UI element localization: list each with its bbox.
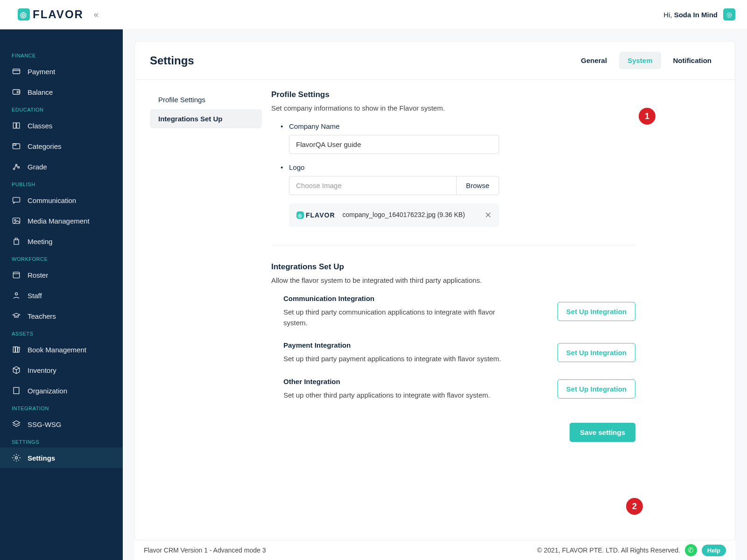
- save-settings-button[interactable]: Save settings: [570, 423, 635, 442]
- sidebar-item-categories[interactable]: Categories: [0, 136, 123, 156]
- sidebar-item-classes[interactable]: Classes: [0, 115, 123, 136]
- svg-point-8: [18, 167, 19, 168]
- nav-label: Inventory: [28, 366, 56, 374]
- integration-desc: Set up other third party applications to…: [283, 390, 490, 401]
- graph-icon: [12, 162, 21, 171]
- integration-title: Communication Integration: [283, 294, 503, 302]
- nav-section-title: FINANCE: [0, 48, 123, 61]
- settings-card: Settings GeneralSystemNotification Profi…: [134, 41, 735, 540]
- user-avatar[interactable]: ◎: [723, 8, 735, 21]
- nav-label: Communication: [28, 196, 76, 204]
- brand-logo[interactable]: ◎ FLAVOR: [18, 8, 84, 21]
- footer-version: Flavor CRM Version 1 - Advanced mode 3: [144, 546, 266, 554]
- folder-icon: [12, 141, 21, 151]
- wallet-icon: [12, 87, 21, 97]
- greeting: Hi, Soda In Mind: [663, 11, 718, 19]
- sidebar-item-teachers[interactable]: Teachers: [0, 306, 123, 326]
- svg-rect-10: [13, 218, 20, 224]
- collapse-sidebar-icon[interactable]: «: [94, 10, 99, 20]
- svg-rect-18: [14, 387, 19, 393]
- preview-logo-icon: ◎: [296, 211, 304, 219]
- footer: Flavor CRM Version 1 - Advanced mode 3 ©…: [134, 540, 735, 560]
- remove-file-icon[interactable]: ✕: [485, 210, 492, 220]
- logo-file-input[interactable]: Choose Image: [289, 176, 456, 195]
- svg-rect-3: [17, 91, 20, 92]
- card-icon: [12, 67, 21, 76]
- tab-system[interactable]: System: [619, 52, 661, 69]
- company-name-input[interactable]: [289, 135, 499, 154]
- whatsapp-icon[interactable]: ✆: [685, 544, 697, 556]
- tab-general[interactable]: General: [572, 52, 615, 69]
- file-name: company_logo_1640176232.jpg (9.36 KB): [343, 210, 477, 220]
- nav-section-title: INTEGRATION: [0, 401, 123, 414]
- nav-label: Payment: [28, 68, 55, 76]
- setup-integration-button[interactable]: Set Up Integration: [557, 343, 635, 362]
- nav-section-title: ASSETS: [0, 326, 123, 339]
- svg-rect-2: [13, 90, 20, 94]
- svg-rect-15: [13, 347, 15, 352]
- nav-label: Meeting: [28, 238, 52, 245]
- layers-icon: [12, 420, 21, 429]
- topbar: ◎ FLAVOR « Hi, Soda In Mind ◎: [0, 0, 747, 29]
- svg-rect-17: [18, 347, 20, 352]
- chat-icon: [12, 196, 21, 205]
- svg-rect-5: [13, 144, 16, 145]
- callout-2: 2: [626, 498, 643, 515]
- integration-title: Payment Integration: [283, 341, 501, 349]
- nav-section-title: PUBLISH: [0, 177, 123, 190]
- svg-rect-12: [13, 272, 19, 278]
- integrations-sub: Allow the flavor system to be integrated…: [271, 276, 635, 284]
- setup-integration-button[interactable]: Set Up Integration: [557, 379, 635, 399]
- nav-section-title: WORKFORCE: [0, 252, 123, 265]
- integration-row: Communication IntegrationSet up third pa…: [271, 294, 635, 328]
- sidebar-item-organization[interactable]: Organization: [0, 380, 123, 401]
- sidebar-item-roster[interactable]: Roster: [0, 265, 123, 285]
- svg-rect-0: [13, 69, 20, 74]
- nav-label: Roster: [28, 271, 48, 279]
- nav-label: Organization: [28, 387, 67, 395]
- sidebar-item-meeting[interactable]: Meeting: [0, 231, 123, 252]
- setup-integration-button[interactable]: Set Up Integration: [557, 302, 635, 321]
- callout-1: 1: [639, 108, 655, 125]
- nav-label: SSG-WSG: [28, 420, 62, 428]
- sidebar-item-media-management[interactable]: Media Management: [0, 210, 123, 231]
- profile-heading: Profile Settings: [271, 90, 635, 99]
- sidebar-item-inventory[interactable]: Inventory: [0, 360, 123, 380]
- sidebar-item-settings[interactable]: Settings: [0, 448, 123, 468]
- sidebar-item-communication[interactable]: Communication: [0, 190, 123, 210]
- subnav-profile-settings[interactable]: Profile Settings: [150, 90, 262, 109]
- logo-label: Logo: [289, 163, 635, 171]
- logo-preview: ◎FLAVOR company_logo_1640176232.jpg (9.3…: [289, 203, 499, 227]
- sidebar-item-ssg-wsg[interactable]: SSG-WSG: [0, 414, 123, 434]
- logo-mark-icon: ◎: [18, 8, 30, 21]
- sidebar-item-grade[interactable]: Grade: [0, 156, 123, 177]
- person-icon: [12, 291, 21, 300]
- nav-label: Balance: [28, 88, 53, 96]
- cap-icon: [12, 311, 21, 321]
- browse-button[interactable]: Browse: [456, 176, 499, 195]
- nav-section-title: EDUCATION: [0, 102, 123, 115]
- calendar-icon: [12, 270, 21, 280]
- tab-notification[interactable]: Notification: [665, 52, 720, 69]
- sidebar-item-balance[interactable]: Balance: [0, 82, 123, 102]
- main: Settings GeneralSystemNotification Profi…: [123, 29, 747, 560]
- subnav-integrations-set-up[interactable]: Integrations Set Up: [150, 109, 262, 128]
- gear-icon: [12, 453, 21, 462]
- sidebar-item-payment[interactable]: Payment: [0, 61, 123, 82]
- svg-point-11: [14, 220, 16, 221]
- building-icon: [12, 386, 21, 395]
- integration-desc: Set up third party payment applications …: [283, 354, 501, 364]
- sidebar: FINANCEPaymentBalanceEDUCATIONClassesCat…: [0, 29, 123, 560]
- integration-row: Other IntegrationSet up other third part…: [271, 378, 635, 401]
- profile-sub: Set company informations to show in the …: [271, 104, 635, 112]
- help-button[interactable]: Help: [702, 545, 726, 556]
- tabs: GeneralSystemNotification: [572, 52, 720, 69]
- nav-label: Classes: [28, 122, 52, 130]
- sidebar-item-staff[interactable]: Staff: [0, 285, 123, 306]
- sidebar-item-book-management[interactable]: Book Management: [0, 339, 123, 360]
- nav-label: Categories: [28, 142, 62, 150]
- nav-label: Settings: [28, 454, 55, 462]
- nav-section-title: SETTINGS: [0, 434, 123, 448]
- page-title: Settings: [150, 54, 194, 67]
- integrations-heading: Integrations Set Up: [271, 262, 635, 272]
